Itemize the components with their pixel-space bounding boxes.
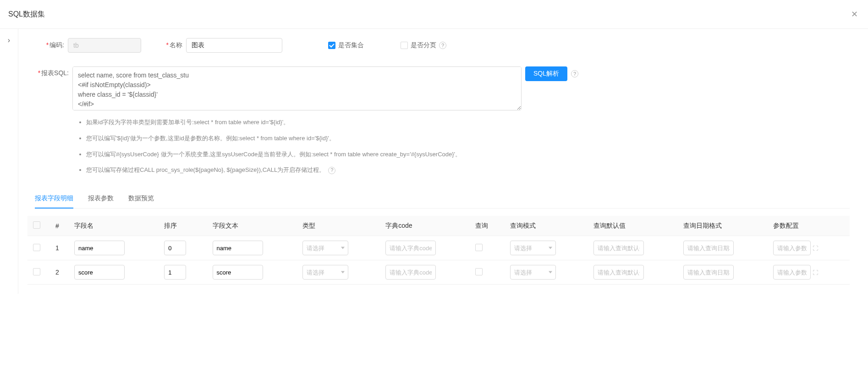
table-row: 1请选择请选择⛶ xyxy=(27,236,850,260)
hint-item: 您可以编写'${id}'做为一个参数,这里id是参数的名称。例如:select … xyxy=(86,134,850,143)
row-num: 1 xyxy=(46,236,69,260)
row-num: 2 xyxy=(46,260,69,285)
row-checkbox[interactable] xyxy=(33,268,40,275)
sort-input[interactable] xyxy=(164,241,186,255)
col-query-date-fmt: 查询日期格式 xyxy=(678,216,768,236)
query-date-fmt-input[interactable] xyxy=(683,265,734,280)
code-label: *编码: xyxy=(27,41,64,49)
type-select[interactable]: 请选择 xyxy=(302,241,348,255)
query-checkbox[interactable] xyxy=(475,244,483,251)
code-input xyxy=(68,38,141,53)
col-sort: 排序 xyxy=(159,216,207,236)
dialog-title: SQL数据集 xyxy=(8,10,45,19)
col-field-text: 字段文本 xyxy=(207,216,297,236)
field-text-input[interactable] xyxy=(213,265,263,280)
sql-label: *报表SQL: xyxy=(27,66,69,77)
tab-field-detail[interactable]: 报表字段明细 xyxy=(35,189,73,208)
query-mode-select[interactable]: 请选择 xyxy=(510,241,556,255)
col-type: 类型 xyxy=(297,216,380,236)
param-config-input[interactable] xyxy=(773,241,811,255)
col-dict-code: 字典code xyxy=(380,216,470,236)
hints: 如果id字段为字符串类型则需要加单引号:select * from table … xyxy=(77,118,850,175)
is-paging-checkbox[interactable] xyxy=(401,42,408,49)
col-field-name: 字段名 xyxy=(69,216,159,236)
hint-item: 您可以编写存储过程CALL proc_sys_role(${pageNo}, $… xyxy=(86,165,850,175)
field-text-input[interactable] xyxy=(213,241,263,255)
query-checkbox[interactable] xyxy=(475,268,483,275)
name-input[interactable] xyxy=(186,38,282,53)
col-num: # xyxy=(46,216,69,236)
help-icon[interactable]: ? xyxy=(439,42,446,49)
col-param-config: 参数配置 xyxy=(768,216,850,236)
tabs: 报表字段明细 报表参数 数据预览 xyxy=(35,189,850,209)
col-query-mode: 查询模式 xyxy=(505,216,588,236)
param-config-input[interactable] xyxy=(773,265,811,280)
hint-item: 如果id字段为字符串类型则需要加单引号:select * from table … xyxy=(86,118,850,127)
expand-icon[interactable]: ⛶ xyxy=(813,245,818,252)
field-name-input[interactable] xyxy=(74,265,125,280)
is-collection-label: 是否集合 xyxy=(338,41,364,49)
table-row: 2请选择请选择⛶ xyxy=(27,260,850,285)
chevron-right-icon: › xyxy=(8,36,10,294)
dict-code-input[interactable] xyxy=(385,265,436,280)
query-mode-select[interactable]: 请选择 xyxy=(510,265,556,280)
hint-item: 您可以编写#{sysUserCode} 做为一个系统变量,这里sysUserCo… xyxy=(86,150,850,159)
name-label: *名称 xyxy=(159,41,182,49)
query-default-input[interactable] xyxy=(593,241,644,255)
dialog-header: SQL数据集 ✕ xyxy=(0,0,868,29)
help-icon[interactable]: ? xyxy=(571,70,578,77)
sql-textarea[interactable] xyxy=(72,66,522,110)
type-select[interactable]: 请选择 xyxy=(302,265,348,280)
help-icon[interactable]: ? xyxy=(328,167,335,174)
sql-parse-button[interactable]: SQL解析 xyxy=(525,66,567,81)
col-query: 查询 xyxy=(470,216,505,236)
close-icon[interactable]: ✕ xyxy=(849,7,860,21)
is-collection-checkbox[interactable] xyxy=(328,42,335,49)
row-checkbox[interactable] xyxy=(33,244,40,251)
is-paging-label: 是否分页 xyxy=(411,41,436,49)
sort-input[interactable] xyxy=(164,265,186,280)
select-all-checkbox[interactable] xyxy=(33,221,40,229)
expand-icon[interactable]: ⛶ xyxy=(813,269,818,276)
dict-code-input[interactable] xyxy=(385,241,436,255)
fields-table: # 字段名 排序 字段文本 类型 字典code 查询 查询模式 查询默认值 查询… xyxy=(27,216,850,285)
sidebar-toggle[interactable]: › xyxy=(0,29,18,294)
tab-params[interactable]: 报表参数 xyxy=(88,189,114,208)
tab-preview[interactable]: 数据预览 xyxy=(128,189,154,208)
query-default-input[interactable] xyxy=(593,265,644,280)
query-date-fmt-input[interactable] xyxy=(683,241,734,255)
field-name-input[interactable] xyxy=(74,241,125,255)
col-query-default: 查询默认值 xyxy=(588,216,678,236)
